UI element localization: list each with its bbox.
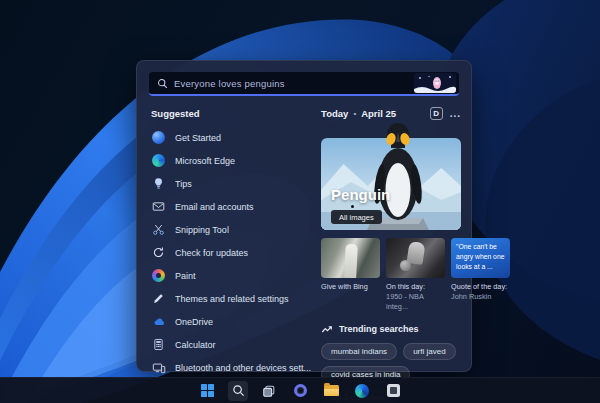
on-this-day-thumbnail bbox=[386, 238, 445, 278]
windows-logo-icon bbox=[201, 384, 214, 397]
app-button[interactable] bbox=[383, 381, 403, 401]
more-options-button[interactable]: ... bbox=[450, 108, 461, 119]
trending-searches-header: Trending searches bbox=[339, 324, 419, 334]
taskbar bbox=[0, 377, 600, 403]
penguin-doodle-illustration bbox=[414, 73, 456, 93]
trending-icon bbox=[321, 323, 333, 335]
themes-pencil-icon bbox=[151, 291, 166, 306]
hero-title: Penguin bbox=[331, 186, 390, 203]
edge-icon bbox=[151, 153, 166, 168]
edge-button[interactable] bbox=[352, 381, 372, 401]
give-with-bing-thumbnail bbox=[321, 238, 380, 278]
daily-content-section: Today • April 25 D ... bbox=[311, 105, 461, 403]
date-label: April 25 bbox=[361, 108, 396, 119]
edge-icon bbox=[355, 384, 369, 398]
search-bar[interactable]: Everyone loves penguins bbox=[149, 72, 459, 96]
sidebar-item-check-for-updates[interactable]: Check for updates bbox=[151, 241, 311, 264]
profile-avatar[interactable]: D bbox=[430, 107, 443, 120]
search-icon bbox=[157, 78, 168, 89]
start-button[interactable] bbox=[197, 381, 217, 401]
search-panel: Everyone loves penguins Suggested bbox=[136, 60, 472, 372]
email-icon bbox=[151, 199, 166, 214]
trending-chip[interactable]: urfi javed bbox=[403, 343, 455, 360]
bluetooth-devices-icon bbox=[151, 360, 166, 375]
cortana-icon bbox=[294, 384, 307, 397]
app-icon bbox=[387, 384, 400, 397]
task-view-icon bbox=[262, 384, 276, 398]
file-explorer-button[interactable] bbox=[321, 381, 341, 401]
quote-card: "One can't be angry when one looks at a … bbox=[451, 238, 510, 278]
sidebar-item-paint[interactable]: Paint bbox=[151, 264, 311, 287]
taskbar-search-button[interactable] bbox=[228, 381, 248, 401]
date-prefix: Today bbox=[321, 108, 348, 119]
suggested-header: Suggested bbox=[151, 108, 311, 119]
daily-card-quote-of-the-day[interactable]: "One can't be angry when one looks at a … bbox=[451, 238, 510, 312]
calculator-icon bbox=[151, 337, 166, 352]
file-explorer-icon bbox=[324, 385, 339, 396]
tips-icon bbox=[151, 176, 166, 191]
cortana-button[interactable] bbox=[290, 381, 310, 401]
task-view-button[interactable] bbox=[259, 381, 279, 401]
sidebar-item-themes-settings[interactable]: Themes and related settings bbox=[151, 287, 311, 310]
sidebar-item-snipping-tool[interactable]: Snipping Tool bbox=[151, 218, 311, 241]
sidebar-item-microsoft-edge[interactable]: Microsoft Edge bbox=[151, 149, 311, 172]
sidebar-item-get-started[interactable]: Get Started bbox=[151, 126, 311, 149]
sidebar-item-bluetooth-devices[interactable]: Bluetooth and other devices sett... bbox=[151, 356, 311, 379]
sidebar-item-email-and-accounts[interactable]: Email and accounts bbox=[151, 195, 311, 218]
trending-chip[interactable]: mumbai indians bbox=[321, 343, 397, 360]
date-separator: • bbox=[353, 109, 356, 118]
sidebar-item-tips[interactable]: Tips bbox=[151, 172, 311, 195]
hero-image-card[interactable]: Penguin All images bbox=[321, 138, 461, 230]
sidebar-item-onedrive[interactable]: OneDrive bbox=[151, 310, 311, 333]
onedrive-icon bbox=[151, 314, 166, 329]
desktop: Everyone loves penguins Suggested bbox=[0, 0, 600, 403]
sidebar-item-calculator[interactable]: Calculator bbox=[151, 333, 311, 356]
get-started-icon bbox=[151, 130, 166, 145]
daily-card-on-this-day[interactable]: On this day: 1950 - NBA integ... bbox=[386, 238, 445, 312]
paint-icon bbox=[151, 268, 166, 283]
snipping-tool-icon bbox=[151, 222, 166, 237]
search-icon bbox=[232, 384, 245, 397]
all-images-button[interactable]: All images bbox=[331, 210, 382, 224]
search-input[interactable]: Everyone loves penguins bbox=[174, 78, 414, 89]
suggested-section: Suggested Get Started Microsoft Edge Tip… bbox=[151, 105, 311, 403]
daily-card-give-with-bing[interactable]: Give with Bing bbox=[321, 238, 380, 312]
update-icon bbox=[151, 245, 166, 260]
